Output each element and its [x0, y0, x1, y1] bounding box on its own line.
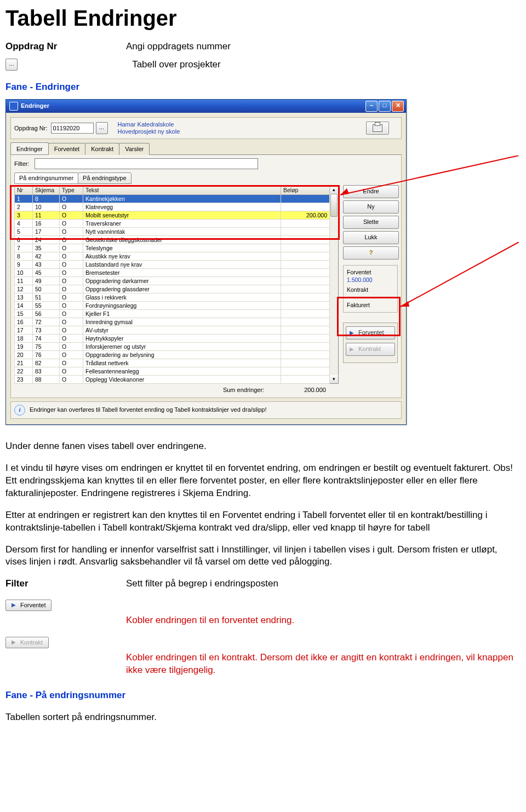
- table-row[interactable]: 517ONytt vanninntak: [15, 228, 330, 236]
- tab-kontrakt[interactable]: Kontrakt: [85, 143, 119, 155]
- svg-line-2: [401, 242, 519, 307]
- kontrakt-explain: Kobler endringen til en kontrakt. Dersom…: [126, 652, 517, 677]
- lukk-button[interactable]: Lukk: [343, 231, 399, 244]
- app-icon: [9, 102, 18, 111]
- tab-varsler[interactable]: Varsler: [119, 143, 150, 155]
- mini-forventet-button: ▶ Forventet: [5, 600, 52, 611]
- col-nr[interactable]: Nr: [15, 185, 33, 194]
- col-type[interactable]: Type: [60, 185, 83, 194]
- minimize-icon[interactable]: –: [365, 101, 378, 112]
- filter-heading: Filter: [5, 578, 126, 590]
- table-row[interactable]: 1045OBremsetester: [15, 269, 330, 277]
- section2-text: Tabellen sortert på endringsnummer.: [5, 711, 517, 724]
- scroll-up-icon[interactable]: ▴: [330, 186, 338, 194]
- maximize-icon[interactable]: □: [379, 101, 391, 112]
- table-row[interactable]: 1455OFordrøyningsanlegg: [15, 302, 330, 310]
- ny-button[interactable]: Ny: [343, 200, 399, 214]
- window-title: Endringer: [21, 102, 364, 110]
- print-button[interactable]: [366, 122, 389, 135]
- slette-button[interactable]: Slette: [343, 216, 399, 229]
- grid: Nr Skjema Type Tekst Beløp 18OKantinekjø…: [14, 185, 330, 384]
- tabell-desc: Tabell over prosjekter: [132, 59, 221, 70]
- oppdrag-label: Oppdrag Nr: [5, 41, 126, 53]
- table-row[interactable]: 18OKantinekjøkken: [15, 195, 330, 203]
- table-row[interactable]: 1975OInforskjeremer og utstyr: [15, 343, 330, 351]
- main-tab-strip: Endringer Forventet Kontrakt Varsler: [10, 142, 402, 155]
- ellipsis-icon: …: [5, 59, 18, 71]
- info-bar: i Endringer kan overføres til Tabell for…: [10, 401, 402, 419]
- project-name: Hamar Katedralskole Hovedprosjekt ny sko…: [118, 121, 180, 135]
- subtab-endringsnummer[interactable]: På endringsnummer: [14, 172, 78, 184]
- scroll-thumb[interactable]: [330, 194, 338, 217]
- table-row[interactable]: 2076OOppgradering av belysning: [15, 351, 330, 359]
- table-row[interactable]: 1874OHøytrykkspyler: [15, 335, 330, 343]
- section-fane-endringsnummer: Fane - På endringsnummer: [5, 689, 517, 702]
- table-row[interactable]: 311OMobilt seneutstyr200.000: [15, 211, 330, 220]
- endringer-window: Endringer – □ ✕ Oppdrag Nr: … Hamar Kate…: [5, 99, 407, 425]
- summary-forventet-value: 1.500.000: [347, 276, 394, 284]
- forventet-explain: Kobler endringen til en forventet endrin…: [126, 614, 517, 627]
- summary-forventet-label: Forventet: [347, 268, 394, 276]
- filter-label: Filter:: [14, 160, 30, 167]
- oppdrag-nr-label: Oppdrag Nr:: [14, 124, 48, 133]
- table-row[interactable]: 1351OGlass i rekkverk: [15, 293, 330, 302]
- table-row[interactable]: 1773OAV-utstyr: [15, 326, 330, 335]
- summary-box: Forventet 1.500.000 Kontrakt Fakturert: [343, 265, 398, 313]
- vertical-scrollbar[interactable]: ▴ ▾: [330, 185, 339, 384]
- tab-forventet[interactable]: Forventet: [48, 143, 85, 155]
- tab-endringer[interactable]: Endringer: [10, 142, 49, 154]
- summary-fakturert-label: Fakturert: [347, 301, 394, 309]
- play-icon: ▶: [350, 345, 354, 353]
- col-tekst[interactable]: Tekst: [83, 185, 281, 194]
- oppdrag-nr-input[interactable]: [51, 123, 94, 134]
- para2: I et vindu til høyre vises om endringen …: [5, 462, 517, 500]
- close-icon[interactable]: ✕: [392, 101, 404, 112]
- titlebar: Endringer – □ ✕: [6, 100, 406, 113]
- lookup-button[interactable]: …: [96, 122, 108, 134]
- summary-kontrakt-label: Kontrakt: [347, 286, 394, 293]
- filter-desc: Sett filter på begrep i endringsposten: [126, 578, 517, 590]
- subtab-endringstype[interactable]: På endringstype: [78, 172, 132, 184]
- table-row[interactable]: 2388OOpplegg Videokanoner: [15, 376, 330, 384]
- para3: Etter at endringen er registrert kan den…: [5, 509, 517, 534]
- play-icon: ▶: [12, 601, 16, 609]
- scroll-down-icon[interactable]: ▾: [330, 375, 338, 383]
- table-row[interactable]: 210OKlatrevegg: [15, 203, 330, 211]
- col-belop[interactable]: Beløp: [281, 185, 330, 194]
- para1: Under denne fanen vises tabell over endr…: [5, 440, 517, 453]
- printer-icon: [373, 124, 382, 132]
- mini-kontrakt-button: ▶ Kontrakt: [5, 637, 49, 648]
- info-icon: i: [14, 405, 25, 416]
- oppdrag-desc: Angi oppdragets nummer: [126, 41, 517, 53]
- sum-value: 200.000: [304, 387, 326, 393]
- drag-kontrakt-button: ▶ Kontrakt: [346, 343, 395, 356]
- table-row[interactable]: 1556OKjeller F1: [15, 310, 330, 318]
- drag-buttons-box: ▶ Forventet ▶ Kontrakt: [343, 323, 398, 363]
- table-row[interactable]: 1672OInnredning gymsal: [15, 318, 330, 326]
- table-row[interactable]: 842OAkustikk nye krav: [15, 252, 330, 261]
- table-row[interactable]: 943OLaststandard nye krav: [15, 261, 330, 269]
- drag-forventet-button[interactable]: ▶ Forventet: [346, 326, 395, 339]
- table-row[interactable]: 624OGeotekniske tilleggskostnader: [15, 236, 330, 244]
- table-row[interactable]: 1149OOppgradering dørkarmer: [15, 277, 330, 285]
- filter-input[interactable]: [35, 158, 258, 169]
- table-row[interactable]: 416OTraverskraner: [15, 220, 330, 228]
- table-row[interactable]: 2182OTrådløst nettverk: [15, 359, 330, 367]
- play-icon: ▶: [350, 329, 354, 337]
- table-row[interactable]: 1250OOppgradering glassdører: [15, 285, 330, 293]
- sum-label: Sum endringer:: [223, 387, 264, 393]
- page-title: Tabell Endringer: [5, 3, 517, 33]
- section-fane-endringer: Fane - Endringer: [5, 81, 517, 94]
- endre-button[interactable]: Endre: [343, 185, 399, 198]
- help-button[interactable]: ?: [343, 246, 399, 260]
- play-icon: ▶: [12, 638, 16, 646]
- para4: Dersom first for handling er innenfor va…: [5, 544, 517, 569]
- info-text: Endringer kan overføres til Tabell forve…: [30, 406, 267, 414]
- col-skjema[interactable]: Skjema: [33, 185, 60, 194]
- table-row[interactable]: 2283OFellesantenneanlegg: [15, 367, 330, 376]
- table-row[interactable]: 735OTeleslynge: [15, 244, 330, 252]
